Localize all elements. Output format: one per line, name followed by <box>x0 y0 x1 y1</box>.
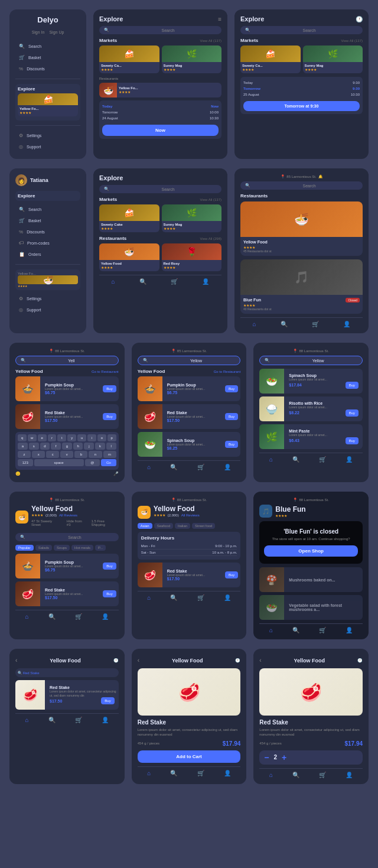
key-k[interactable]: k <box>95 443 105 450</box>
qty-plus[interactable]: + <box>282 753 286 762</box>
sidebar-basket-2[interactable]: 🛒 Basket <box>15 216 80 226</box>
red-stake-buy-yf2[interactable]: Buy <box>225 571 238 578</box>
search-bar-2[interactable]: 🔍 Search <box>240 26 363 34</box>
mint-item[interactable]: 🌿 Mint Paste Lorem ipsum dolor sit amet.… <box>259 424 363 449</box>
home-nav-bf[interactable]: ⌂ <box>269 627 273 633</box>
sidebar-item-settings[interactable]: ⚙ Settings <box>15 131 80 141</box>
filter-soups[interactable]: Soups <box>54 545 70 551</box>
filter-salads[interactable]: Salads <box>35 545 52 551</box>
spinach-buy[interactable]: Buy <box>346 382 359 389</box>
profile-nav-yf[interactable]: 👤 <box>102 613 109 620</box>
key-123[interactable]: 123 <box>18 459 33 466</box>
search-bar-results[interactable]: 🔍 Yellow <box>138 356 241 365</box>
key-q[interactable]: q <box>18 434 27 441</box>
key-e[interactable]: e <box>38 434 47 441</box>
home-nav-5[interactable]: ⌂ <box>147 464 151 470</box>
search-bar-3[interactable]: 🔍 Search <box>99 185 221 193</box>
search-nav-4[interactable]: 🔍 <box>281 321 288 327</box>
key-o[interactable]: o <box>97 434 106 441</box>
key-c[interactable]: c <box>46 451 59 458</box>
market-sunny-3[interactable]: 🌿 Sunny Mag ★★★★ <box>162 204 222 232</box>
qty-minus[interactable]: − <box>264 753 269 762</box>
food-item-4[interactable]: 🥩 Red Stake Lorem ipsum dolor sit amet..… <box>138 404 241 429</box>
key-j[interactable]: j <box>84 443 94 450</box>
filter-asian[interactable]: Asian <box>138 523 152 529</box>
key-space[interactable]: space <box>34 459 84 466</box>
yellow-food-card[interactable]: 🍜 Yellow Food ★★★★ <box>99 243 159 271</box>
sidebar-promo-2[interactable]: 🏷 Prom-codes <box>15 238 80 248</box>
filter-more[interactable]: P... <box>95 545 106 551</box>
filter-popular[interactable]: Popular <box>15 545 34 551</box>
profile-nav-d2[interactable]: 👤 <box>224 770 231 776</box>
sidebar-item-search[interactable]: 🔍 Search <box>15 41 80 51</box>
key-at[interactable]: @ <box>85 459 100 466</box>
key-y[interactable]: y <box>67 434 76 441</box>
basket-nav-d2[interactable]: 🛒 <box>197 770 204 776</box>
sidebar-discounts-2[interactable]: % Discounts <box>15 227 80 237</box>
pumpkin-buy-yf[interactable]: Buy <box>103 563 116 570</box>
search-nav-d1[interactable]: 🔍 <box>48 717 56 723</box>
profile-nav-5[interactable]: 👤 <box>224 464 231 470</box>
search-nav-yf[interactable]: 🔍 <box>48 613 56 620</box>
red-stake-buy-2[interactable]: Buy <box>225 413 238 420</box>
risotto-item[interactable]: 🍚 Risotto with Rice Lorem ipsum dolor si… <box>259 396 363 421</box>
filter-seafood[interactable]: Seafood <box>154 523 173 529</box>
key-f[interactable]: f <box>51 443 61 450</box>
basket-nav-6[interactable]: 🛒 <box>319 456 326 463</box>
market-card-sunny[interactable]: 🌿 Sunny Mag ★★★★ <box>162 45 222 73</box>
key-w[interactable]: w <box>28 434 37 441</box>
red-stake-detail-row[interactable]: 🥩 Red Stake Lorem ipsum dolor sit amet, … <box>15 680 119 710</box>
key-d[interactable]: d <box>40 443 50 450</box>
now-button[interactable]: Now <box>102 125 219 136</box>
red-rosy-card[interactable]: 🌹 Red Rosy ★★★★ <box>162 243 222 271</box>
home-nav-4[interactable]: ⌂ <box>253 321 256 327</box>
sidebar-support-2[interactable]: ◎ Support <box>15 305 80 315</box>
back-button-2[interactable]: ‹ <box>138 657 139 664</box>
basket-nav[interactable]: 🛒 <box>171 278 178 285</box>
key-i[interactable]: i <box>87 434 96 441</box>
search-nav-yf2[interactable]: 🔍 <box>170 594 177 601</box>
red-stake-buy-yf[interactable]: Buy <box>103 590 116 597</box>
open-shop-button[interactable]: Open Shop <box>264 545 358 557</box>
red-stake-item-yf[interactable]: 🥩 Red Stake Lorem ipsum dolor sit amet..… <box>15 581 119 606</box>
red-stake-buy[interactable]: Buy <box>103 413 116 420</box>
key-v[interactable]: v <box>60 451 73 458</box>
key-b[interactable]: b <box>74 451 87 458</box>
basket-nav-bf[interactable]: 🛒 <box>319 627 326 633</box>
mushroom-item[interactable]: 🍄 Mushrooms baked on... <box>259 567 363 592</box>
key-n[interactable]: n <box>89 451 102 458</box>
market-card-sweety-2[interactable]: 🍰 Sweety Ca... ★★★★ <box>240 45 301 73</box>
search-nav-6[interactable]: 🔍 <box>292 456 299 463</box>
search-bar-active[interactable]: 🔍 Yell <box>15 356 119 365</box>
sidebar-item-basket[interactable]: 🛒 Basket <box>15 53 80 63</box>
home-nav-yf2[interactable]: ⌂ <box>147 594 151 601</box>
profile-nav[interactable]: 👤 <box>202 278 209 285</box>
back-button-3[interactable]: ‹ <box>259 657 261 664</box>
view-all-2[interactable]: View All (137) <box>341 39 363 43</box>
search-bar-3c[interactable]: 🔍 Yellow <box>259 356 363 365</box>
key-h[interactable]: h <box>73 443 83 450</box>
pumpkin-soup-buy[interactable]: Buy <box>103 385 116 392</box>
key-a[interactable]: a <box>18 443 28 450</box>
basket-nav-5[interactable]: 🛒 <box>197 464 204 470</box>
all-reviews-yf[interactable]: All Reviews <box>59 513 77 517</box>
key-g[interactable]: g <box>62 443 72 450</box>
food-item-3[interactable]: 🍲 Pumpkin Soup Lorem ipsum dolor sit ame… <box>138 376 241 401</box>
tomorrow-button[interactable]: Tomorrow at 9:30 <box>243 101 360 111</box>
market-card-sunny-2[interactable]: 🌿 Sunny Mag ★★★★ <box>303 45 363 73</box>
food-item-1[interactable]: 🍲 Pumpkin Soup Lorem ipsum dolor sit ame… <box>15 376 119 401</box>
key-p[interactable]: p <box>107 434 116 441</box>
home-nav-d1[interactable]: ⌂ <box>25 717 29 723</box>
home-nav-d3[interactable]: ⌂ <box>269 772 273 778</box>
signin-link[interactable]: Sign In <box>32 30 45 34</box>
signup-link[interactable]: Sign Up <box>49 30 64 34</box>
search-bar-yf[interactable]: 🔍 Search <box>15 533 119 541</box>
search-nav-d2[interactable]: 🔍 <box>170 770 177 776</box>
search-bar-rest[interactable]: 🔍 Search <box>240 181 363 190</box>
basket-nav-4[interactable]: 🛒 <box>312 321 319 327</box>
go-to-rest-link[interactable]: Go to Restaurant <box>92 370 119 373</box>
mint-buy[interactable]: Buy <box>346 437 359 444</box>
profile-nav-6[interactable]: 👤 <box>346 456 353 463</box>
home-nav-yf[interactable]: ⌂ <box>25 613 29 620</box>
market-sweety-3[interactable]: 🍰 Sweety Cake ★★★★ <box>99 204 159 232</box>
